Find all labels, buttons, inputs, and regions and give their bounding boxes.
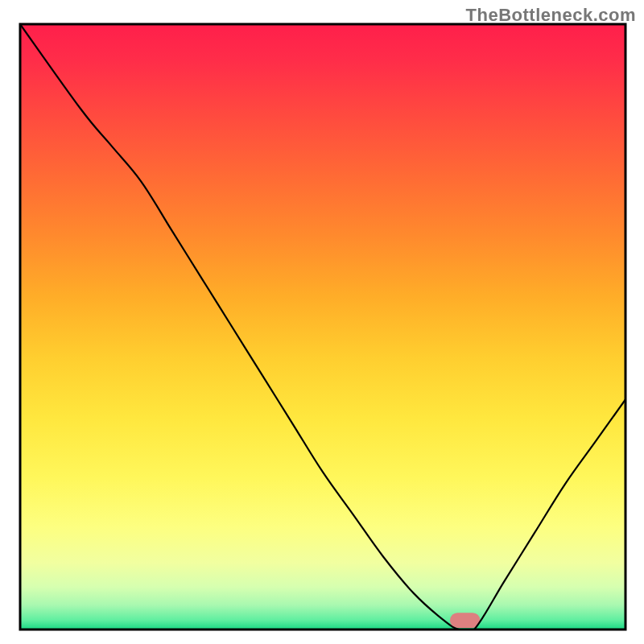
chart-container: { "watermark": "TheBottleneck.com", "cha…: [0, 0, 644, 644]
marker-pill: [450, 613, 481, 628]
bottleneck-chart: [0, 0, 644, 644]
watermark-text: TheBottleneck.com: [466, 5, 636, 26]
gradient-background: [20, 24, 625, 630]
